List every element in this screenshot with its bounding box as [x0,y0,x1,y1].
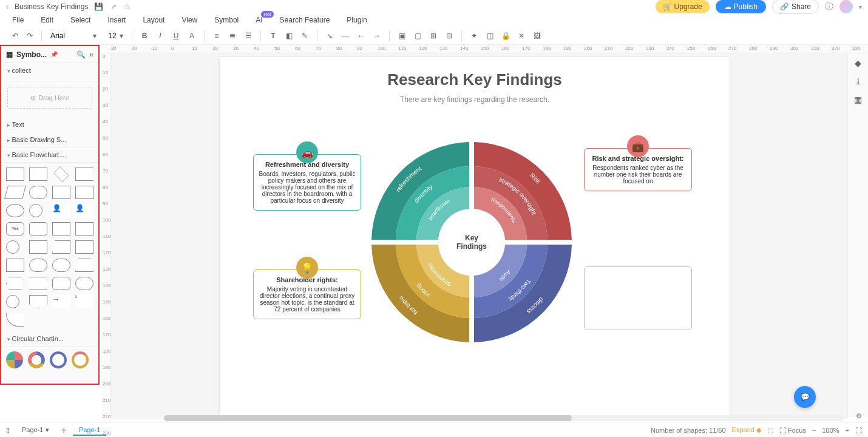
italic-button[interactable]: I [154,30,166,42]
collapse-icon[interactable]: « [89,50,93,59]
segment-risk[interactable]: Risk strategic oversight Respondents [474,142,572,240]
shape-cylinder[interactable] [29,222,47,235]
menu-file[interactable]: File [12,16,24,24]
style-panel-icon[interactable]: ◆ [855,58,861,68]
canvas[interactable]: Research Key Findings There are key find… [110,53,847,419]
save-icon[interactable]: 💾 [94,2,103,11]
font-color-button[interactable]: A [186,30,198,42]
segment-discuss[interactable]: discuss Two-thirds Audit [474,245,572,342]
grid-panel-icon[interactable]: ▦ [854,95,862,104]
line-style-button[interactable]: — [339,30,351,42]
shape-rect5[interactable] [52,277,70,290]
shape-pill3[interactable] [75,277,93,290]
menu-search[interactable]: Search Feature [280,16,330,24]
highlight-button[interactable]: ✎ [299,30,311,42]
section-collect[interactable]: collect [1,63,98,78]
callout-shareholder[interactable]: 💡 Shareholder rights: Majority voting in… [253,269,361,319]
shape-doc2[interactable] [75,186,93,199]
shape-flag[interactable] [75,168,93,181]
section-basic-flowchart[interactable]: Basic Flowchart ... [1,147,98,163]
tools-button[interactable]: ✕ [515,30,527,42]
image-button[interactable]: 🖼 [531,30,543,42]
redo-button[interactable]: ↷ [24,30,35,41]
shape-trap[interactable] [52,240,70,254]
section-text[interactable]: Text [1,117,98,132]
menu-insert[interactable]: Insert [107,16,126,24]
list-button[interactable]: ☰ [242,30,254,42]
zoom-level[interactable]: 100% [822,427,839,434]
circ-shape-2[interactable] [28,351,45,368]
zoom-in-button[interactable]: + [846,427,849,434]
shape-lines[interactable] [29,277,47,290]
zoom-out-button[interactable]: − [812,427,816,434]
shape-diamond[interactable] [53,166,69,182]
layer-front-button[interactable]: ▣ [396,30,408,42]
menu-view[interactable]: View [181,16,197,24]
shape-rounded[interactable] [29,186,47,199]
layers-icon[interactable]: ⬚ [767,426,773,434]
circ-shape-3[interactable] [50,351,67,368]
shape-note[interactable]: ≡ [75,295,93,308]
shape-yes[interactable]: Yes [6,222,24,235]
upgrade-button[interactable]: 🛒Upgrade [656,0,710,13]
drag-target[interactable]: ⊕Drag Here [7,87,92,109]
menu-layout[interactable]: Layout [143,16,164,24]
page[interactable]: Research Key Findings There are key find… [220,57,730,415]
connector-button[interactable]: ↘ [324,30,336,42]
donut-center-label[interactable]: Key Findings [450,234,493,251]
page-title[interactable]: Research Key Findings [220,70,730,89]
shape-circ2[interactable] [6,240,19,254]
pin-icon[interactable]: 📌 [50,51,58,58]
arrow-end-button[interactable]: → [371,30,383,42]
shape-circle[interactable] [29,204,42,217]
arrow-start-button[interactable]: ← [355,30,367,42]
pages-icon[interactable]: ▯ [6,426,10,434]
focus-button[interactable]: ⛶ Focus [779,427,806,434]
expand-button[interactable]: Expand ◆ [732,426,761,434]
star-icon[interactable]: ☆ [124,2,131,11]
layer-back-button[interactable]: ▢ [412,30,424,42]
shape-person[interactable]: 👤 [52,204,70,217]
scrollbar-thumb[interactable] [164,415,572,421]
shape-rect2[interactable] [29,168,47,181]
menu-edit[interactable]: Edit [41,16,53,24]
align-h-button[interactable]: ≡ [211,30,223,42]
shape-ellipse[interactable] [6,204,24,217]
circ-shape-1[interactable] [6,351,23,368]
align-v-button[interactable]: ≣ [226,30,239,42]
shape-circ3[interactable] [6,295,19,308]
page-dropdown[interactable]: Page-1 ▾ [16,425,55,435]
shape-pill[interactable] [29,259,47,272]
shape-pentagon[interactable] [29,295,47,308]
menu-symbol[interactable]: Symbol [214,16,239,24]
fill-button[interactable]: ◧ [283,30,295,42]
chevron-down-icon[interactable]: ▾ [859,4,862,10]
shape-wave[interactable] [6,259,24,272]
undo-button[interactable]: ↶ [10,30,21,41]
back-icon[interactable]: ‹ [6,2,8,11]
page-tab-1[interactable]: Page-1 [73,425,106,436]
page-subtitle[interactable]: There are key findings regarding the res… [220,95,730,104]
section-basic-drawing[interactable]: Basic Drawing S... [1,132,98,147]
text-tool-button[interactable]: T [267,30,279,42]
underline-button[interactable]: U [170,30,182,42]
shape-card2[interactable] [75,222,93,235]
search-icon[interactable]: 🔍 [76,50,86,59]
crop-button[interactable]: ◫ [484,30,496,42]
publish-button[interactable]: ☁Publish [716,0,766,13]
callout-empty[interactable] [584,266,692,330]
fullscreen-button[interactable]: ⛶ [855,427,862,434]
section-circular[interactable]: Circular Chartin... [1,331,98,347]
callout-risk[interactable]: 💼 Risk and strategic oversight: Responde… [584,148,692,191]
share-button[interactable]: 🔗Share [772,0,819,14]
shape-trap2[interactable] [75,259,93,272]
ungroup-button[interactable]: ⊟ [443,30,455,42]
shape-pill2[interactable] [52,259,70,272]
menu-select[interactable]: Select [70,16,90,24]
segment-refreshment[interactable]: refreshment diversity boardroom [371,142,469,240]
menu-plugin[interactable]: Plugin [347,16,367,24]
shape-parallelogram[interactable] [4,186,26,199]
lock-button[interactable]: 🔒 [500,30,512,42]
shape-doc[interactable] [52,186,70,199]
shape-arrow[interactable]: → [52,295,70,308]
